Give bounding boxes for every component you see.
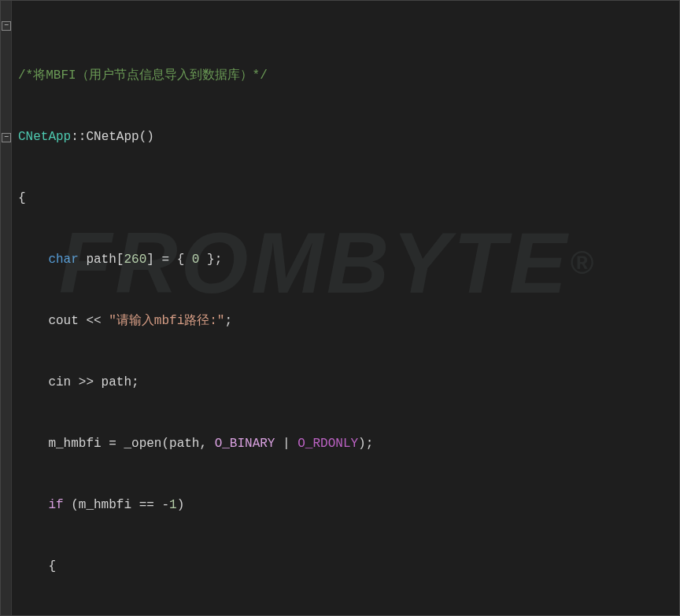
code-line: /*将MBFI（用户节点信息导入到数据库）*/ bbox=[18, 65, 673, 86]
code-editor[interactable]: − − FROMBYTE® /*将MBFI（用户节点信息导入到数据库）*/ CN… bbox=[0, 0, 680, 616]
code-line: m_hmbfi = _open(path, O_BINARY | O_RDONL… bbox=[18, 433, 673, 454]
fold-icon[interactable]: − bbox=[2, 133, 11, 142]
code-area[interactable]: FROMBYTE® /*将MBFI（用户节点信息导入到数据库）*/ CNetAp… bbox=[12, 1, 679, 615]
code-line: CNetApp::CNetApp() bbox=[18, 127, 673, 147]
code-line: char path[260] = { 0 }; bbox=[18, 249, 673, 270]
code-line: cin >> path; bbox=[18, 372, 673, 393]
gutter: − − bbox=[1, 1, 12, 615]
fold-icon[interactable]: − bbox=[2, 21, 11, 31]
code-line: if (m_hmbfi == -1) bbox=[18, 495, 673, 515]
code-line: { bbox=[18, 188, 673, 208]
code-line: cout << "请输入mbfi路径:"; bbox=[18, 311, 673, 331]
code-line: { bbox=[18, 556, 673, 577]
